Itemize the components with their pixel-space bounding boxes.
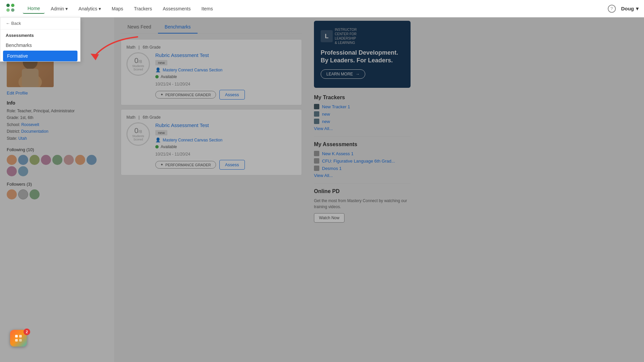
dropdown-section-title: Assessments bbox=[0, 29, 80, 40]
dropdown-item-benchmarks[interactable]: Benchmarks bbox=[0, 40, 80, 51]
admin-chevron-icon: ▾ bbox=[65, 6, 68, 11]
user-menu[interactable]: Doug ▾ bbox=[621, 6, 639, 12]
analytics-chevron-icon: ▾ bbox=[99, 6, 101, 11]
topbar: Home Admin ▾ Analytics ▾ Maps Trackers A… bbox=[0, 0, 644, 17]
app-logo[interactable] bbox=[5, 3, 17, 15]
dropdown-item-formative[interactable]: Formative bbox=[3, 51, 77, 61]
dropdown-back-button[interactable]: ← Back bbox=[0, 17, 80, 29]
assessments-dropdown: ← Back Assessments Benchmarks Formative bbox=[0, 17, 80, 62]
main-nav: Home Admin ▾ Analytics ▾ Maps Trackers A… bbox=[23, 4, 608, 14]
svg-point-2 bbox=[6, 8, 10, 12]
user-chevron-icon: ▾ bbox=[636, 6, 639, 12]
nav-analytics[interactable]: Analytics ▾ bbox=[74, 4, 106, 13]
nav-admin[interactable]: Admin ▾ bbox=[46, 4, 72, 13]
notif-badge: 2 bbox=[23, 328, 30, 335]
help-button[interactable]: ? bbox=[608, 5, 616, 13]
svg-rect-8 bbox=[15, 335, 18, 338]
notif-icon bbox=[14, 334, 23, 343]
dropdown-overlay bbox=[0, 17, 644, 362]
svg-rect-9 bbox=[19, 335, 22, 338]
notification-bubble[interactable]: 2 bbox=[10, 330, 29, 349]
nav-home[interactable]: Home bbox=[23, 4, 45, 14]
nav-assessments[interactable]: Assessments bbox=[158, 4, 195, 13]
svg-rect-10 bbox=[15, 339, 18, 342]
user-name: Doug bbox=[621, 6, 634, 11]
nav-items[interactable]: Items bbox=[197, 4, 218, 13]
nav-maps[interactable]: Maps bbox=[107, 4, 128, 13]
topbar-right: ? Doug ▾ bbox=[608, 5, 639, 13]
svg-point-0 bbox=[6, 4, 10, 7]
svg-point-3 bbox=[11, 8, 14, 12]
svg-rect-11 bbox=[19, 339, 22, 342]
nav-trackers[interactable]: Trackers bbox=[129, 4, 157, 13]
svg-point-1 bbox=[11, 4, 14, 7]
